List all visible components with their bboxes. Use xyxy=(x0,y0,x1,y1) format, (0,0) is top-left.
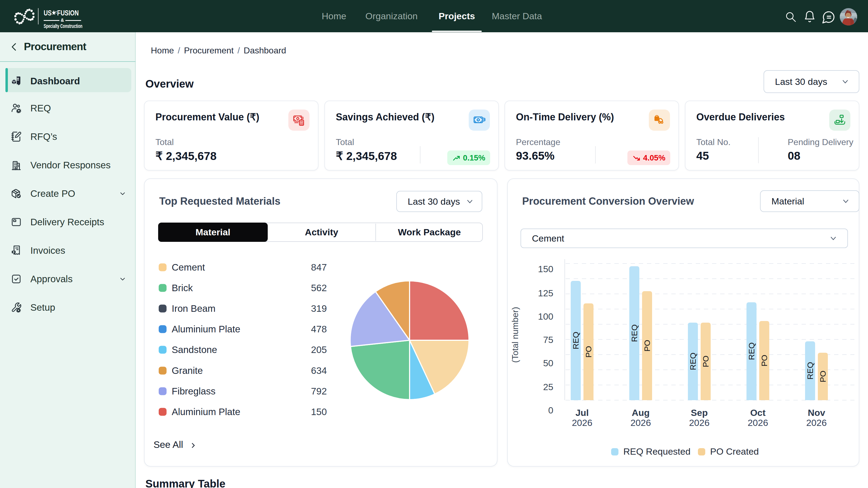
svg-text:REQ: REQ xyxy=(747,343,756,360)
svg-text:REQ: REQ xyxy=(688,352,698,370)
svg-text:PO: PO xyxy=(643,340,652,351)
svg-text:PO: PO xyxy=(584,346,593,358)
svg-text:PO: PO xyxy=(818,370,827,382)
svg-text:PO: PO xyxy=(760,355,769,366)
svg-text:(Total number): (Total number) xyxy=(510,307,520,363)
svg-text:PO: PO xyxy=(701,355,710,367)
svg-text:REQ: REQ xyxy=(571,332,580,349)
svg-text:REQ: REQ xyxy=(806,362,814,380)
svg-text:REQ: REQ xyxy=(630,324,639,342)
